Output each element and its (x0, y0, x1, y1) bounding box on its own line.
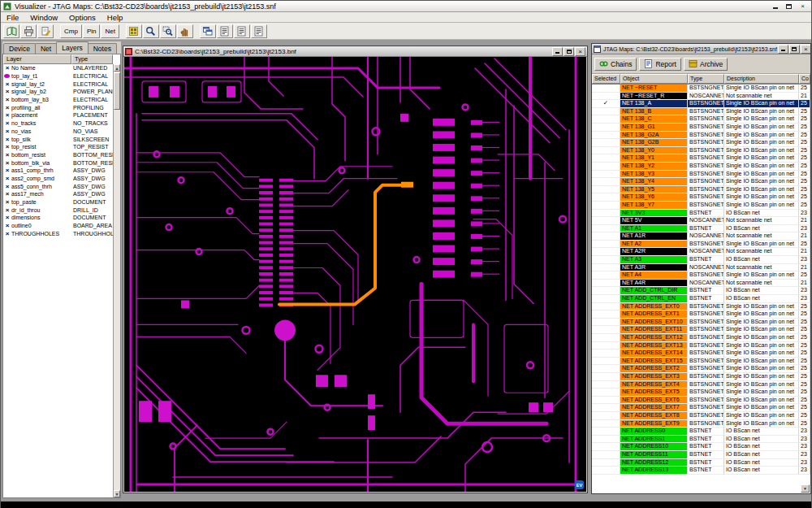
net-selected-cell[interactable] (592, 365, 620, 373)
net-selected-cell[interactable] (592, 459, 620, 467)
net-row[interactable]: NET ADDRESS12BSTNETIO BScan net23 (592, 459, 810, 467)
net-selected-cell[interactable] (592, 154, 620, 163)
net-selected-cell[interactable] (592, 132, 620, 140)
tab-layers[interactable]: Layers (56, 41, 89, 54)
net-row[interactable]: ✓NET 138_ABSTSNGNETSingle IO BScan pin o… (592, 100, 810, 108)
net-row[interactable]: NET ADDRESS_EXT2BSTSNGNETSingle IO BScan… (592, 365, 810, 373)
net-selected-cell[interactable] (592, 210, 620, 218)
zoom-window-button[interactable] (160, 24, 176, 38)
cascade-windows-button[interactable] (200, 24, 216, 38)
net-row[interactable]: NET ADD_CTRL_DIRBSTNETIO BScan net23 (592, 287, 810, 295)
net-row[interactable]: NET A2BSTSNGNETSingle IO BScan pin on ne… (592, 241, 810, 249)
net-selected-cell[interactable] (592, 85, 620, 93)
net-button[interactable]: Net (101, 24, 119, 38)
layer-row[interactable]: ×no_viasNO_VIAS (3, 128, 113, 136)
net-row[interactable]: NET A1RNOSCANNETNot scannable net21 (592, 232, 810, 241)
net-row[interactable]: NET ADDRESS_EXT11BSTSNGNETSingle IO BSca… (592, 326, 810, 334)
layer-hidden-icon[interactable]: × (3, 167, 11, 174)
layer-row[interactable]: ×top_resistTOP_RESIST (3, 143, 113, 151)
maximize-icon[interactable] (789, 45, 800, 54)
net-selected-cell[interactable] (592, 202, 620, 210)
minimize-icon[interactable] (769, 2, 781, 11)
net-selected-cell[interactable] (592, 232, 620, 241)
layer-hidden-icon[interactable]: × (3, 104, 11, 111)
layer-row[interactable]: ×profiling_allPROFILING (3, 103, 113, 111)
cmp-button[interactable]: Cmp (60, 24, 82, 38)
layer-hidden-icon[interactable]: × (3, 230, 11, 237)
net-row[interactable]: NET A4BSTSNGNETSingle IO BScan pin on ne… (592, 271, 810, 280)
net-selected-cell[interactable] (592, 428, 620, 436)
layer-hidden-icon[interactable]: × (3, 175, 11, 182)
net-selected-cell[interactable] (592, 342, 620, 350)
layer-hidden-icon[interactable]: × (3, 143, 11, 150)
menu-help[interactable]: Help (102, 13, 129, 22)
layer-hidden-icon[interactable]: × (3, 198, 11, 206)
net-selected-cell[interactable] (592, 178, 620, 186)
archive-button[interactable]: Archive (684, 58, 728, 71)
net-row[interactable]: NET ADDRESS_EXT13BSTSNGNETSingle IO BSca… (592, 342, 810, 350)
layer-hidden-icon[interactable]: × (3, 88, 11, 95)
layer-hidden-icon[interactable]: × (3, 96, 11, 103)
net-selected-cell[interactable] (592, 225, 620, 233)
layer-hidden-icon[interactable]: × (3, 159, 11, 167)
net-row[interactable]: NET ADDRESS_EXT14BSTSNGNETSingle IO BSca… (592, 350, 810, 358)
layer-row[interactable]: ×bottom_blk_viaBOTTOM_RESIST (3, 158, 113, 167)
net-selected-cell[interactable] (592, 124, 620, 132)
column-header-type[interactable]: Type (71, 54, 113, 64)
layer-row[interactable]: ×placementPLACEMENT (3, 111, 113, 119)
title-bar[interactable]: Visualizer - JTAG Maps: C:\Bst32-CD23\bo… (1, 1, 811, 12)
layer-visible-icon[interactable] (4, 74, 10, 78)
maximize-icon[interactable] (783, 2, 795, 11)
net-row[interactable]: NET A3BSTNETIO BScan net23 (592, 256, 810, 264)
net-row[interactable]: NET 138_BBSTSNGNETSingle IO BScan pin on… (592, 108, 810, 116)
net-row[interactable]: NET ADDRESS0BSTNETIO BScan net23 (592, 428, 810, 436)
net-row[interactable]: NET 3V3BSTNETIO BScan net23 (592, 210, 810, 218)
layer-row[interactable]: ×signal_lay_t2ELECTRICAL (3, 80, 113, 88)
layer-row[interactable]: ×No NameUNLAYERED (3, 64, 113, 72)
net-selected-cell[interactable] (592, 436, 620, 444)
layer-hidden-icon[interactable]: × (3, 136, 11, 143)
column-header-object[interactable]: Object (620, 74, 688, 84)
report-device-button[interactable] (217, 24, 233, 38)
net-row[interactable]: NET 138_G1BSTSNGNETSingle IO BScan pin o… (592, 124, 810, 132)
column-header-type[interactable]: Type (688, 74, 724, 84)
layer-hidden-icon[interactable]: × (3, 128, 11, 135)
net-row[interactable]: NET ADDRESS_EXT15BSTSNGNETSingle IO BSca… (592, 358, 810, 366)
layers-scrollbar[interactable]: ▲ ▼ (113, 64, 120, 497)
report-chain-button[interactable] (251, 24, 267, 38)
net-row[interactable]: NET 138_CBSTSNGNETSingle IO BScan pin on… (592, 115, 810, 124)
layer-row[interactable]: ×ass5_conn_thrhASSY_DWG (3, 182, 113, 190)
layer-hidden-icon[interactable]: × (3, 183, 11, 190)
layer-row[interactable]: ×ass1_comp_thrhASSY_DWG (3, 167, 113, 175)
close-icon[interactable]: × (801, 45, 810, 54)
net-row[interactable]: NET ADDRESS_EXT8BSTSNGNETSingle IO BScan… (592, 412, 810, 420)
pcb-window-title-bar[interactable]: C:\Bst32-CD23\boards\jt2153_prebuild\jt2… (123, 46, 587, 57)
layer-row[interactable]: ×dimensionsDOCUMENT (3, 214, 113, 222)
net-selected-cell[interactable] (592, 248, 620, 256)
layer-row[interactable]: ×ass2_comp_smdASSY_DWG (3, 175, 113, 183)
net-row[interactable]: NET ADDRESS_EXT12BSTSNGNETSingle IO BSca… (592, 334, 810, 342)
menu-window[interactable]: Window (24, 13, 63, 22)
net-selected-cell[interactable] (592, 404, 620, 412)
net-selected-cell[interactable] (592, 319, 620, 327)
net-row[interactable]: NET ADDRESS_EXT0BSTSNGNETSingle IO BScan… (592, 303, 810, 311)
zoom-button[interactable] (143, 24, 159, 38)
layer-row[interactable]: ×bottom_lay_b3ELECTRICAL (3, 96, 113, 104)
net-row[interactable]: NET ADDRESS_EXT10BSTSNGNETSingle IO BSca… (592, 319, 810, 327)
net-row[interactable]: NET A1BSTNETIO BScan net23 (592, 225, 810, 233)
net-selected-cell[interactable] (592, 163, 620, 171)
layer-row[interactable]: ×signal_lay_b2POWER_PLANE (3, 88, 113, 96)
layer-row[interactable]: ×ass17_mechASSY_DWG (3, 190, 113, 198)
net-row[interactable]: NET 138_Y4BSTSNGNETSingle IO BScan pin o… (592, 178, 810, 186)
layer-hidden-icon[interactable]: × (3, 80, 11, 88)
layer-row[interactable]: ×top_pasteDOCUMENT (3, 198, 113, 206)
print-button[interactable] (20, 24, 37, 38)
net-selected-cell[interactable] (592, 171, 620, 179)
net-selected-cell[interactable] (592, 451, 620, 459)
net-selected-cell[interactable] (592, 373, 620, 381)
net-row[interactable]: NET A3RNOSCANNETNot scannable net21 (592, 264, 810, 272)
net-selected-cell[interactable] (592, 93, 620, 101)
net-scroll-down-icon[interactable]: ▼ (801, 484, 810, 493)
net-selected-cell[interactable] (592, 412, 620, 420)
net-selected-cell[interactable]: ✓ (592, 100, 620, 108)
